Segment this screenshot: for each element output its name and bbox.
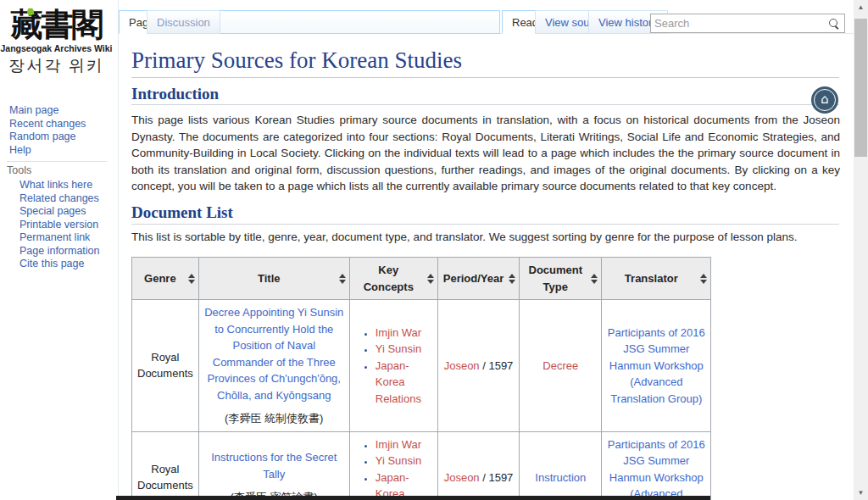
cell-key-concepts: Imjin War Yi Sunsin Japan-Korea Relation… bbox=[349, 300, 437, 432]
cell-title: Instructions for the Secret Tally (李舜臣 密… bbox=[198, 431, 349, 500]
document-list-heading: Document List bbox=[131, 203, 233, 222]
scrollbar-up-icon[interactable]: ▲ bbox=[854, 0, 868, 14]
wiki-page: 藏書閣 Jangseogak Archives Wiki 장서각 위키 Main… bbox=[0, 0, 868, 500]
header-translator[interactable]: Translator bbox=[602, 258, 711, 300]
scrollbar-thumb[interactable] bbox=[854, 19, 867, 157]
sort-icon[interactable] bbox=[591, 274, 598, 284]
sort-icon[interactable] bbox=[509, 274, 515, 284]
document-list-underline bbox=[131, 224, 839, 225]
vertical-scrollbar[interactable]: ▲ ▼ bbox=[854, 0, 868, 500]
tools-section-label: Tools bbox=[7, 164, 31, 176]
home-icon: ⌂ bbox=[811, 86, 838, 114]
document-title-hanja: (李舜臣 統制使敎書) bbox=[204, 410, 344, 427]
sort-icon[interactable] bbox=[427, 274, 434, 284]
sidebar-item-page-information[interactable]: Page information bbox=[19, 245, 100, 258]
search-box bbox=[650, 14, 845, 33]
key-concept-item: Imjin War bbox=[376, 325, 432, 342]
sidebar-navigation: Main page Recent changes Random page Hel… bbox=[9, 104, 86, 157]
key-concept-item: Yi Sunsin bbox=[376, 341, 432, 358]
document-type-link[interactable]: Instruction bbox=[535, 471, 586, 484]
sort-icon[interactable] bbox=[339, 274, 346, 284]
sidebar-item-cite-this-page[interactable]: Cite this page bbox=[19, 258, 100, 271]
logo-green-dot-icon bbox=[27, 8, 34, 15]
cell-genre: Royal Documents bbox=[132, 431, 199, 500]
key-concept-link[interactable]: Imjin War bbox=[376, 438, 421, 451]
introduction-heading: Introduction bbox=[131, 85, 219, 103]
key-concept-link[interactable]: Imjin War bbox=[376, 326, 421, 339]
sortable-note: This list is sortable by title, genre, y… bbox=[131, 231, 840, 243]
scrollbar-down-icon[interactable]: ▼ bbox=[854, 486, 868, 500]
table-header-row: Genre Title Key Concepts Period/Year Doc… bbox=[132, 258, 711, 300]
year-text: / 1597 bbox=[480, 471, 514, 484]
key-concept-item: Yi Sunsin bbox=[376, 453, 432, 469]
sidebar: 藏書閣 Jangseogak Archives Wiki 장서각 위키 Main… bbox=[0, 0, 119, 500]
header-document-type[interactable]: Document Type bbox=[520, 258, 602, 300]
sidebar-item-related-changes[interactable]: Related changes bbox=[19, 192, 100, 206]
sort-icon[interactable] bbox=[188, 274, 195, 284]
cell-period-year: Joseon / 1597 bbox=[437, 431, 520, 500]
cell-key-concepts: Imjin War Yi Sunsin Japan-Korea Relation… bbox=[349, 431, 437, 500]
document-type-link[interactable]: Decree bbox=[542, 359, 578, 372]
table-row: Royal Documents Decree Appointing Yi Sun… bbox=[132, 300, 711, 432]
key-concept-item: Imjin War bbox=[376, 436, 432, 453]
key-concept-item: Japan-Korea Relations bbox=[376, 358, 432, 408]
sidebar-item-special-pages[interactable]: Special pages bbox=[19, 205, 100, 219]
header-genre[interactable]: Genre bbox=[132, 258, 199, 300]
search-icon[interactable] bbox=[828, 18, 839, 29]
document-title-link[interactable]: Decree Appointing Yi Sunsin to Concurren… bbox=[204, 306, 343, 402]
cell-period-year: Joseon / 1597 bbox=[437, 300, 520, 432]
sort-icon[interactable] bbox=[700, 274, 707, 284]
header-period-year[interactable]: Period/Year bbox=[437, 258, 520, 300]
document-title-link[interactable]: Instructions for the Secret Tally bbox=[211, 451, 337, 481]
key-concept-link[interactable]: Yi Sunsin bbox=[376, 342, 421, 355]
header-title[interactable]: Title bbox=[198, 258, 349, 300]
logo-hanja-text: 藏書閣 bbox=[0, 7, 113, 42]
header-key-concepts[interactable]: Key Concepts bbox=[349, 258, 437, 300]
logo-korean-title: 장서각 위키 bbox=[0, 55, 113, 77]
document-table: Genre Title Key Concepts Period/Year Doc… bbox=[131, 257, 711, 500]
home-button[interactable]: ⌂ bbox=[811, 86, 838, 114]
key-concept-link[interactable]: Japan-Korea Relations bbox=[376, 359, 421, 405]
sidebar-item-main-page[interactable]: Main page bbox=[9, 104, 86, 118]
table-row: Royal Documents Instructions for the Sec… bbox=[132, 431, 711, 500]
cell-title: Decree Appointing Yi Sunsin to Concurren… bbox=[198, 300, 349, 432]
search-input[interactable] bbox=[654, 15, 824, 31]
cell-document-type: Instruction bbox=[520, 431, 602, 500]
title-underline bbox=[131, 77, 839, 78]
next-section-bar bbox=[116, 496, 710, 500]
cell-genre: Royal Documents bbox=[132, 300, 199, 432]
sidebar-tools: What links here Related changes Special … bbox=[19, 179, 100, 271]
introduction-paragraph: This page lists various Korean Studies p… bbox=[131, 112, 840, 195]
year-text: / 1597 bbox=[480, 359, 514, 372]
page-title: Primary Sources for Korean Studies bbox=[131, 47, 462, 74]
sidebar-item-recent-changes[interactable]: Recent changes bbox=[9, 118, 86, 131]
cell-translator: Participants of 2016 JSG Summer Hanmun W… bbox=[602, 300, 711, 432]
sidebar-item-random-page[interactable]: Random page bbox=[9, 131, 86, 144]
key-concept-link[interactable]: Yi Sunsin bbox=[376, 454, 421, 467]
sidebar-item-what-links-here[interactable]: What links here bbox=[19, 179, 100, 192]
sidebar-item-printable-version[interactable]: Printable version bbox=[19, 219, 100, 232]
sidebar-item-help[interactable]: Help bbox=[9, 144, 86, 158]
logo-subtitle: Jangseogak Archives Wiki bbox=[0, 43, 113, 53]
tab-discussion[interactable]: Discussion bbox=[147, 10, 220, 34]
translator-link[interactable]: Participants of 2016 JSG Summer Hanmun W… bbox=[608, 326, 705, 405]
sidebar-item-permanent-link[interactable]: Permanent link bbox=[19, 231, 100, 245]
cell-translator: Participants of 2016 JSG Summer Hanmun W… bbox=[602, 431, 711, 500]
cell-document-type: Decree bbox=[520, 300, 602, 432]
period-link[interactable]: Joseon bbox=[444, 359, 480, 372]
introduction-underline bbox=[131, 104, 839, 105]
period-link[interactable]: Joseon bbox=[444, 471, 480, 484]
site-logo[interactable]: 藏書閣 Jangseogak Archives Wiki 장서각 위키 bbox=[0, 7, 113, 77]
sidebar-divider bbox=[7, 161, 107, 162]
translator-link[interactable]: Participants of 2016 JSG Summer Hanmun W… bbox=[608, 438, 705, 500]
